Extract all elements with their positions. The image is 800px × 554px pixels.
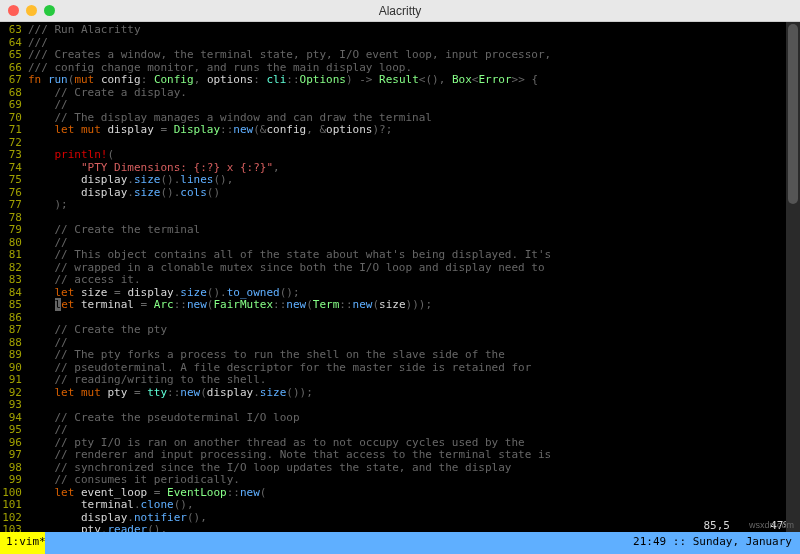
code-content[interactable]: /// Run Alacritty	[28, 24, 800, 37]
line-number: 83	[0, 274, 28, 287]
scrollbar[interactable]	[786, 22, 800, 532]
maximize-icon[interactable]	[44, 5, 55, 16]
status-right: 21:49 :: Sunday, January	[45, 532, 800, 554]
line-number: 69	[0, 99, 28, 112]
watermark: wsxdn.com	[749, 520, 794, 530]
line-number: 97	[0, 449, 28, 462]
code-content[interactable]: display.size().cols()	[28, 187, 800, 200]
line-number: 73	[0, 149, 28, 162]
line-number: 91	[0, 374, 28, 387]
line-number: 101	[0, 499, 28, 512]
code-line[interactable]: 79 // Create the terminal	[0, 224, 800, 237]
line-number: 95	[0, 424, 28, 437]
scrollbar-thumb[interactable]	[788, 24, 798, 204]
line-number: 99	[0, 474, 28, 487]
code-line[interactable]: 72	[0, 137, 800, 150]
line-number: 65	[0, 49, 28, 62]
line-number: 79	[0, 224, 28, 237]
code-content[interactable]: // Create the terminal	[28, 224, 800, 237]
code-content[interactable]: let mut display = Display::new(&config, …	[28, 124, 800, 137]
cursor-position: 85,5	[704, 520, 731, 533]
line-number: 93	[0, 399, 28, 412]
code-content[interactable]: );	[28, 199, 800, 212]
line-number: 81	[0, 249, 28, 262]
close-icon[interactable]	[8, 5, 19, 16]
code-line[interactable]: 77 );	[0, 199, 800, 212]
code-content[interactable]: pty.reader(),	[28, 524, 800, 532]
line-number: 89	[0, 349, 28, 362]
status-left: 1:vim*	[0, 532, 45, 554]
code-content[interactable]: // Create the pseudoterminal I/O loop	[28, 412, 800, 425]
code-line[interactable]: 103 pty.reader(),	[0, 524, 800, 532]
code-content[interactable]	[28, 137, 800, 150]
line-number: 103	[0, 524, 28, 532]
code-line[interactable]: 76 display.size().cols()	[0, 187, 800, 200]
traffic-lights	[0, 5, 55, 16]
code-line[interactable]: 94 // Create the pseudoterminal I/O loop	[0, 412, 800, 425]
line-number: 77	[0, 199, 28, 212]
code-line[interactable]: 63/// Run Alacritty	[0, 24, 800, 37]
line-number: 71	[0, 124, 28, 137]
line-number: 87	[0, 324, 28, 337]
code-line[interactable]: 87 // Create the pty	[0, 324, 800, 337]
code-line[interactable]: 68 // Create a display.	[0, 87, 800, 100]
titlebar: Alacritty	[0, 0, 800, 22]
code-line[interactable]: 71 let mut display = Display::new(&confi…	[0, 124, 800, 137]
code-content[interactable]: let mut pty = tty::new(display.size());	[28, 387, 800, 400]
statusbar: 1:vim* 21:49 :: Sunday, January	[0, 532, 800, 554]
code-line[interactable]: 85 let terminal = Arc::new(FairMutex::ne…	[0, 299, 800, 312]
minimize-icon[interactable]	[26, 5, 37, 16]
line-number: 75	[0, 174, 28, 187]
code-content[interactable]: let terminal = Arc::new(FairMutex::new(T…	[28, 299, 800, 312]
window-title: Alacritty	[0, 4, 800, 18]
code-content[interactable]: // wrapped in a clonable mutex since bot…	[28, 262, 800, 275]
editor-area[interactable]: 63/// Run Alacritty64///65/// Creates a …	[0, 22, 800, 532]
line-number: 63	[0, 24, 28, 37]
line-number: 67	[0, 74, 28, 87]
line-number: 85	[0, 299, 28, 312]
code-content[interactable]: // Create the pty	[28, 324, 800, 337]
code-line[interactable]: 92 let mut pty = tty::new(display.size()…	[0, 387, 800, 400]
code-content[interactable]: // Create a display.	[28, 87, 800, 100]
